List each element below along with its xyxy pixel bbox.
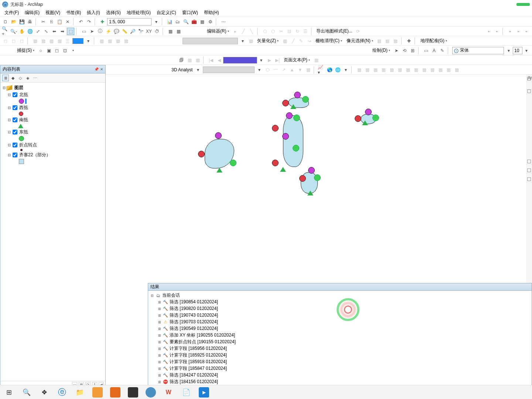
font-family-select[interactable]: ⨀宋体 xyxy=(452,47,504,54)
a3d-graph-icon[interactable]: 📈▾ xyxy=(318,66,325,74)
wps-icon[interactable]: W xyxy=(161,386,176,398)
extensions-icon[interactable]: ⋯ xyxy=(220,18,227,25)
menu-insert[interactable]: 插入(I) xyxy=(84,9,103,17)
snap-dd-icon[interactable]: ▾ xyxy=(69,47,77,54)
paste-icon[interactable]: 📋 xyxy=(56,18,63,25)
zoom-out-icon[interactable]: 🔍- xyxy=(10,28,17,35)
blender-icon[interactable] xyxy=(90,386,105,398)
expand-icon[interactable]: ⊞ xyxy=(158,360,161,364)
menu-view[interactable]: 视图(V) xyxy=(42,9,63,17)
redo-icon[interactable]: ↷ xyxy=(85,18,93,25)
fixed-zoomin-icon[interactable]: ⤢ xyxy=(34,28,42,35)
fontsize-dd-icon[interactable]: ▾ xyxy=(523,47,530,54)
toc-by-selection-icon[interactable]: ◈ xyxy=(24,75,31,81)
toc-options-icon[interactable]: ⋯ xyxy=(32,75,38,81)
result-item[interactable]: ⊞🔨计算字段 [185956 01202024] xyxy=(158,345,529,352)
print-icon[interactable]: 🖶 xyxy=(26,18,34,25)
cut-icon[interactable]: ✂ xyxy=(40,18,47,25)
toc-by-visibility-icon[interactable]: ◇ xyxy=(17,75,24,81)
analyst3d-layer-dd-icon[interactable]: ▾ xyxy=(256,66,263,74)
menu-customize[interactable]: 自定义(C) xyxy=(154,9,179,17)
undo-icon[interactable]: ↶ xyxy=(77,18,85,25)
a3d-tool-dd-icon[interactable]: ▾ xyxy=(342,66,349,74)
expand-icon[interactable]: ⊞ xyxy=(158,367,161,371)
toc-by-source-icon[interactable]: ◆ xyxy=(10,75,16,81)
snap-point-icon[interactable]: ○ xyxy=(37,47,44,54)
time-slider-icon[interactable]: ⏱ xyxy=(153,28,161,35)
symbol-vertex-dot-icon[interactable] xyxy=(20,149,23,151)
zoom-in-icon[interactable]: 🔍+ xyxy=(2,28,9,35)
task-view-icon[interactable]: ❖ xyxy=(37,386,52,398)
search-icon[interactable]: 🔍 xyxy=(182,18,190,25)
collapse-icon[interactable]: ⊟ xyxy=(7,93,11,97)
draw-group-icon[interactable]: ⊞ xyxy=(409,47,416,54)
draw-rect-icon[interactable]: ▭ xyxy=(422,47,430,54)
layer-checkbox[interactable] xyxy=(13,130,17,134)
collapse-icon[interactable]: ⊟ xyxy=(150,294,154,297)
draw-edit-icon[interactable]: ✎ xyxy=(439,47,446,54)
a3d-globe-icon[interactable]: 🌎 xyxy=(326,66,333,74)
result-item[interactable]: ⊞🔨计算字段 [185918 01202024] xyxy=(158,359,529,365)
layer-checkbox[interactable] xyxy=(13,92,17,97)
find-icon[interactable]: 🔎 xyxy=(129,28,136,35)
menu-geoprocessing[interactable]: 地理处理(G) xyxy=(124,9,154,17)
result-item[interactable]: ⊞🔨计算字段 [185847 01202024] xyxy=(158,365,529,372)
menu-help[interactable]: 帮助(H) xyxy=(201,9,222,17)
layer-name[interactable]: 北抵 xyxy=(19,92,28,98)
menu-file[interactable]: 文件(F) xyxy=(1,9,22,17)
start-button[interactable]: ⊞ xyxy=(1,386,16,398)
measure-icon[interactable]: 📏 xyxy=(121,28,128,35)
vectorize-menu[interactable]: 矢量化(Z) xyxy=(255,38,281,44)
editor-menu[interactable]: 编辑器(R) xyxy=(205,28,231,34)
new-icon[interactable]: 🗋 xyxy=(2,18,9,25)
symbol-magenta-circle-icon[interactable] xyxy=(19,99,24,104)
color-swatch[interactable] xyxy=(72,38,83,44)
georef-layer-select[interactable] xyxy=(183,38,238,44)
snap-vertex-icon[interactable]: ◻ xyxy=(53,47,61,54)
arctoolbox-icon[interactable]: 🧰 xyxy=(190,18,198,25)
open-icon[interactable]: 📂 xyxy=(10,18,17,25)
collapse-icon[interactable]: ⊟ xyxy=(7,106,11,110)
menu-window[interactable]: 窗口(W) xyxy=(179,9,201,17)
georef-layer-dd-icon[interactable]: ▾ xyxy=(239,37,246,45)
expand-icon[interactable]: ⊞ xyxy=(158,320,161,324)
layer-name[interactable]: 南抵 xyxy=(19,117,28,123)
result-item[interactable]: ⊞⛔筛选 [184156 01202024] xyxy=(158,379,529,385)
pan-icon[interactable]: ✋ xyxy=(18,28,25,35)
toc-root[interactable]: 图层 xyxy=(14,85,23,91)
draw-rotate-icon[interactable]: ⟲ xyxy=(401,47,408,54)
analyst3d-layer-select[interactable] xyxy=(203,66,255,73)
rail-expand-icon[interactable] xyxy=(527,168,531,172)
html-popup-icon[interactable]: 💬 xyxy=(113,28,120,35)
go-xy-icon[interactable]: XY xyxy=(145,28,153,35)
map-scale-input[interactable]: 1:5, 000 xyxy=(107,18,151,25)
prev-extent-icon[interactable]: ⬅ xyxy=(51,28,58,35)
georeference-menu[interactable]: 地理配准(G) xyxy=(418,38,449,44)
layer-name[interactable]: 西抵 xyxy=(19,105,28,111)
snapping-icon2[interactable]: ▫ xyxy=(493,28,501,35)
fixed-zoomout-icon[interactable]: ⤡ xyxy=(42,28,50,35)
layer-checkbox[interactable] xyxy=(13,105,17,110)
menu-edit[interactable]: 编辑(E) xyxy=(22,9,42,17)
rail-expand-icon[interactable] xyxy=(527,89,531,93)
hyperlink-icon[interactable]: ⚡ xyxy=(105,28,112,35)
expand-icon[interactable]: ⊞ xyxy=(158,334,161,337)
arcmap-taskbar-icon[interactable] xyxy=(143,386,158,398)
analyst3d-label[interactable]: 3D Analyst xyxy=(171,67,192,72)
toolbar-icon-c[interactable]: ▫ xyxy=(523,28,530,35)
app-orange-icon[interactable] xyxy=(108,386,123,398)
swatch-dd-icon[interactable]: ▾ xyxy=(85,37,92,45)
expand-icon[interactable]: ⊞ xyxy=(158,307,161,311)
expand-icon[interactable]: ⊞ xyxy=(158,374,161,377)
symbol-green-circle-icon[interactable] xyxy=(19,136,24,141)
find-route-icon[interactable]: 🔭 xyxy=(137,28,144,35)
copy-icon[interactable]: ⎘ xyxy=(48,18,55,25)
snapping-icon1[interactable]: ▫ xyxy=(485,28,492,35)
modelbuilder-icon[interactable]: ⚙ xyxy=(207,18,214,25)
collapse-icon[interactable]: ⊟ xyxy=(2,86,6,90)
collapse-icon[interactable]: ⊟ xyxy=(7,143,11,147)
result-item[interactable]: ⊞🔨筛选 [184247 01202024] xyxy=(158,372,529,379)
raster-cleanup-menu[interactable]: 栅格清理(C) xyxy=(313,38,344,44)
layout-dd-icon[interactable]: ▾ xyxy=(258,57,265,64)
select-features-icon[interactable]: ▭ xyxy=(80,28,88,35)
